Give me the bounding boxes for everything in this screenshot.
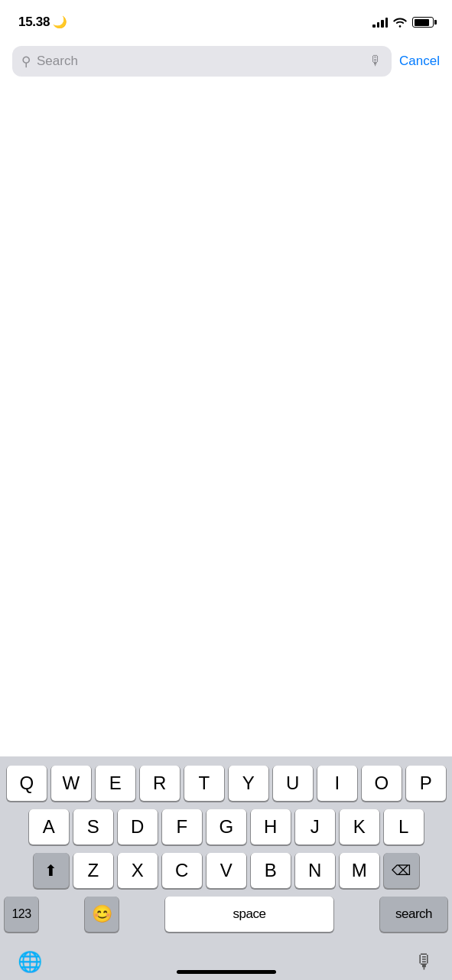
key-N[interactable]: N	[295, 853, 335, 888]
search-magnifier-icon: ⚲	[21, 54, 31, 70]
content-area	[0, 83, 452, 588]
key-C[interactable]: C	[162, 853, 202, 888]
wifi-icon	[393, 17, 407, 28]
keyboard: Q W E R T Y U I O P A S D F G H J K L ⬆ …	[0, 756, 452, 980]
moon-icon: 🌙	[53, 15, 67, 29]
key-J[interactable]: J	[295, 809, 335, 844]
search-bar-container: ⚲ 🎙 Cancel	[0, 40, 452, 83]
key-Z[interactable]: Z	[73, 853, 113, 888]
key-P[interactable]: P	[406, 766, 446, 801]
key-E[interactable]: E	[96, 766, 135, 801]
home-indicator	[177, 970, 276, 974]
key-M[interactable]: M	[340, 853, 379, 888]
key-U[interactable]: U	[273, 766, 313, 801]
emoji-key[interactable]: 😊	[85, 897, 119, 932]
key-R[interactable]: R	[140, 766, 180, 801]
globe-icon[interactable]: 🌐	[18, 950, 42, 974]
search-input[interactable]	[37, 54, 363, 69]
signal-bars-icon	[372, 18, 388, 28]
key-S[interactable]: S	[73, 809, 113, 844]
numbers-key[interactable]: 123	[5, 897, 38, 932]
delete-key[interactable]: ⌫	[384, 853, 419, 888]
key-Y[interactable]: Y	[229, 766, 268, 801]
key-F[interactable]: F	[162, 809, 202, 844]
shift-key[interactable]: ⬆	[34, 853, 69, 888]
status-bar: 15.38 🌙	[0, 0, 452, 40]
key-I[interactable]: I	[317, 766, 357, 801]
battery-icon	[412, 17, 434, 28]
search-action-key[interactable]: search	[380, 897, 447, 932]
key-O[interactable]: O	[362, 766, 402, 801]
status-icons	[372, 17, 434, 28]
keyboard-mic-icon[interactable]: 🎙	[415, 950, 434, 974]
key-B[interactable]: B	[251, 853, 291, 888]
key-G[interactable]: G	[206, 809, 246, 844]
key-D[interactable]: D	[118, 809, 158, 844]
keyboard-row-1: Q W E R T Y U I O P	[2, 766, 450, 801]
key-H[interactable]: H	[251, 809, 291, 844]
key-T[interactable]: T	[184, 766, 224, 801]
key-W[interactable]: W	[51, 766, 91, 801]
mic-icon[interactable]: 🎙	[369, 54, 382, 69]
status-time: 15.38	[18, 15, 50, 30]
key-V[interactable]: V	[206, 853, 246, 888]
keyboard-row-4: 123 😊 space search	[2, 897, 450, 932]
space-key[interactable]: space	[165, 897, 333, 932]
keyboard-row-2: A S D F G H J K L	[2, 809, 450, 844]
cancel-button[interactable]: Cancel	[399, 54, 440, 69]
key-A[interactable]: A	[29, 809, 69, 844]
key-L[interactable]: L	[384, 809, 424, 844]
search-input-wrapper[interactable]: ⚲ 🎙	[12, 46, 392, 77]
key-K[interactable]: K	[340, 809, 379, 844]
keyboard-bottom-bar: 🌐 🎙	[2, 940, 450, 980]
key-X[interactable]: X	[118, 853, 158, 888]
keyboard-row-3: ⬆ Z X C V B N M ⌫	[2, 853, 450, 888]
key-Q[interactable]: Q	[7, 766, 47, 801]
